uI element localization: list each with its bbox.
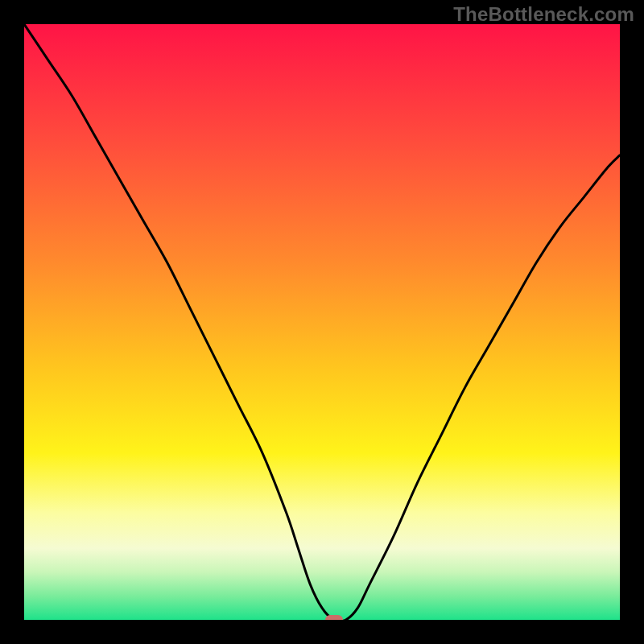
- chart-frame: TheBottleneck.com: [0, 0, 644, 644]
- bottleneck-curve: [24, 24, 620, 620]
- watermark-text: TheBottleneck.com: [453, 3, 634, 26]
- optimum-marker: [325, 615, 343, 620]
- plot-area: [24, 24, 620, 620]
- curve-layer: [24, 24, 620, 620]
